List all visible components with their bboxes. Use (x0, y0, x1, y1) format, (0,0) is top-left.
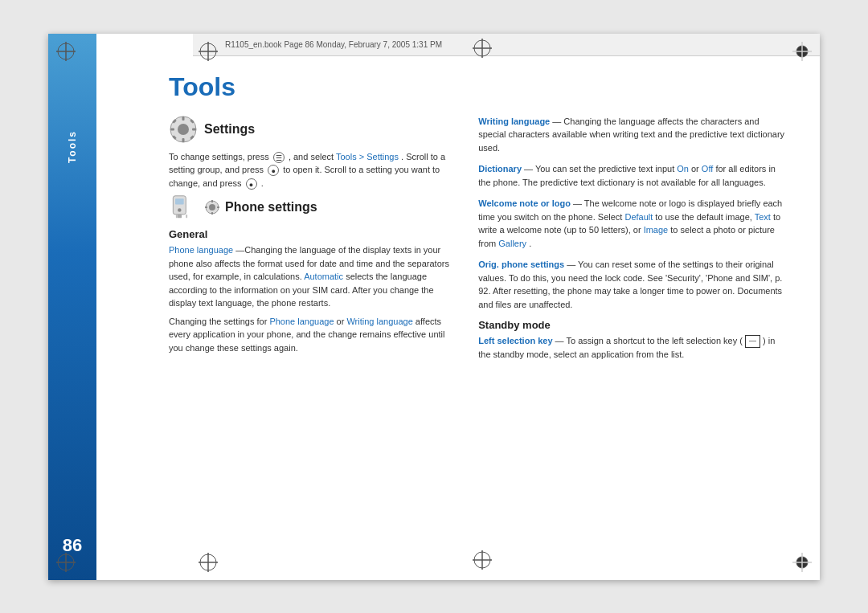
general-heading: General (169, 228, 454, 240)
reg-mark-top-center (471, 37, 493, 62)
left-key-title: Left selection key (478, 336, 552, 345)
phone-lang-link2: Phone language (269, 317, 334, 326)
phone-settings-title: Phone settings (225, 200, 317, 215)
phone-settings-icon (169, 194, 194, 220)
dictionary-para: Dictionary — You can set the predictive … (478, 162, 788, 189)
svg-rect-17 (192, 128, 196, 130)
orig-phone-para: Orig. phone settings — You can reset som… (478, 258, 788, 311)
svg-point-29 (209, 204, 215, 210)
writing-language-para: Writing language — Changing the language… (478, 115, 788, 155)
gallery-link: Gallery (498, 239, 526, 248)
left-column: Settings To change settings, press ☰ , a… (169, 115, 454, 370)
writing-lang-link: Writing language (346, 317, 412, 326)
nav-key-icon: ● (268, 165, 279, 176)
nav-key-icon2: ● (246, 178, 257, 190)
welcome-note-title: Welcome note or logo (478, 198, 571, 208)
svg-rect-14 (182, 116, 185, 121)
off-link: Off (702, 164, 713, 174)
standby-mode-heading: Standby mode (478, 319, 788, 331)
reg-mark-bottom-center (471, 549, 493, 574)
tools-settings-link: Tools > Settings (336, 152, 399, 161)
reg-mark-bottom-left (197, 551, 219, 574)
svg-point-24 (178, 208, 181, 211)
svg-point-13 (178, 124, 189, 135)
svg-rect-16 (170, 128, 174, 130)
svg-rect-30 (211, 200, 213, 202)
left-key-para: Left selection key — To assign a shortcu… (478, 334, 788, 361)
page-container: Tools 86 R1105_en.book Page 86 Monday, F… (48, 34, 820, 580)
reg-mark-top-right (791, 40, 813, 63)
orig-phone-title: Orig. phone settings (478, 260, 564, 269)
reg-mark-sidebar-top (55, 40, 77, 63)
phone-settings-heading: Phone settings (169, 194, 454, 220)
settings-title: Settings (204, 122, 255, 137)
two-col-layout: Settings To change settings, press ☰ , a… (169, 115, 788, 370)
automatic-link: Automatic (304, 272, 343, 281)
header-filename: R1105_en.book Page 86 Monday, February 7… (225, 40, 442, 49)
svg-rect-23 (175, 198, 184, 204)
writing-language-title: Writing language (478, 116, 550, 126)
reg-mark-sidebar-bottom (55, 551, 77, 574)
reg-mark-bottom-right (791, 551, 813, 574)
dictionary-title: Dictionary (478, 164, 522, 174)
header-bar: R1105_en.book Page 86 Monday, February 7… (193, 34, 820, 56)
svg-rect-27 (186, 215, 187, 218)
svg-rect-26 (176, 215, 178, 218)
settings-icon (169, 115, 198, 144)
general-para2: Changing the settings for Phone language… (169, 315, 454, 355)
page-title: Tools (169, 72, 788, 102)
svg-rect-15 (182, 138, 185, 142)
content-inner: Tools (145, 56, 820, 558)
content-area: R1105_en.book Page 86 Monday, February 7… (145, 34, 820, 580)
sidebar-title: Tools (67, 130, 78, 163)
settings-heading: Settings (169, 115, 454, 144)
svg-rect-25 (178, 215, 182, 218)
welcome-note-para: Welcome note or logo — The welcome note … (478, 197, 788, 250)
phone-language-link: Phone language (169, 245, 233, 255)
default-link: Default (624, 212, 653, 222)
svg-rect-31 (211, 212, 213, 215)
svg-rect-33 (217, 206, 219, 208)
settings-intro: To change settings, press ☰ , and select… (169, 150, 454, 190)
text-link: Text (755, 212, 771, 222)
right-column: Writing language — Changing the language… (478, 115, 788, 370)
sidebar: Tools 86 (48, 34, 96, 580)
phone-settings-icon2 (204, 199, 220, 215)
reg-mark-top-left (197, 40, 219, 63)
on-link: On (677, 164, 689, 174)
general-para1: Phone language —Changing the language of… (169, 243, 454, 310)
menu-key-icon: ☰ (273, 152, 285, 163)
key-symbol: — (745, 335, 760, 348)
image-link: Image (644, 225, 669, 235)
svg-rect-32 (205, 206, 207, 208)
